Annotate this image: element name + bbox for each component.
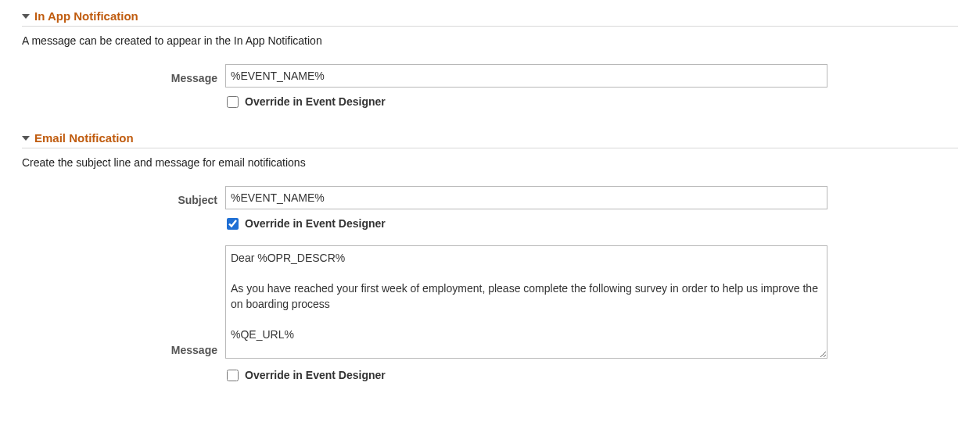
in-app-notification-section: In App Notification A message can be cre… <box>0 9 980 108</box>
in-app-override-row: Override in Event Designer <box>22 95 958 108</box>
email-message-label: Message <box>22 344 225 361</box>
in-app-message-input[interactable] <box>225 64 827 88</box>
chevron-down-icon <box>22 136 30 141</box>
email-subject-row: Subject <box>22 186 958 209</box>
in-app-message-label: Message <box>22 67 225 84</box>
email-message-row: Message <box>22 245 958 361</box>
in-app-override-checkbox[interactable] <box>227 96 239 108</box>
in-app-title: In App Notification <box>34 9 138 23</box>
in-app-message-row: Message <box>22 64 958 88</box>
email-message-override-checkbox[interactable] <box>227 370 239 381</box>
email-subject-label: Subject <box>22 189 225 206</box>
email-description: Create the subject line and message for … <box>22 156 958 169</box>
chevron-down-icon <box>22 14 30 19</box>
email-message-override-label: Override in Event Designer <box>245 369 386 381</box>
email-subject-override-checkbox[interactable] <box>227 218 239 230</box>
email-message-textarea[interactable] <box>225 245 827 359</box>
in-app-header[interactable]: In App Notification <box>22 9 958 27</box>
email-header[interactable]: Email Notification <box>22 131 958 148</box>
email-subject-override-row: Override in Event Designer <box>22 217 958 230</box>
email-message-override-row: Override in Event Designer <box>22 369 958 381</box>
in-app-description: A message can be created to appear in th… <box>22 34 958 47</box>
email-notification-section: Email Notification Create the subject li… <box>0 131 980 381</box>
email-subject-input[interactable] <box>225 186 827 209</box>
email-subject-override-label: Override in Event Designer <box>245 217 386 230</box>
email-title: Email Notification <box>34 131 134 145</box>
in-app-override-label: Override in Event Designer <box>245 95 386 108</box>
